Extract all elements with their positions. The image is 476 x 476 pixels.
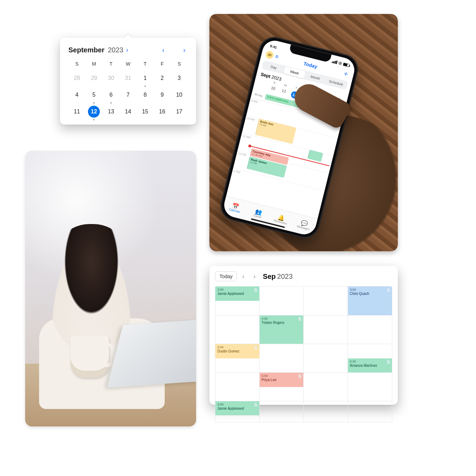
calendar-event[interactable]: 5:30Amanza Martínez📄: [348, 358, 392, 373]
wifi-icon: ⦿: [338, 61, 342, 65]
dow-label: M: [85, 61, 103, 67]
dow-label: T: [103, 61, 120, 67]
calendar-event[interactable]: 3:00Chris Quach📄: [348, 287, 392, 315]
weekview-cell[interactable]: [260, 344, 304, 372]
dow-label: F: [154, 61, 171, 67]
chevron-right-icon[interactable]: ›: [126, 46, 128, 54]
dow-label: T: [136, 61, 154, 67]
month-popover: September 2023 › ‹ › SMTWTFS 28293031123…: [60, 38, 196, 125]
date-cell[interactable]: 28: [68, 73, 85, 83]
weekview-cell[interactable]: [215, 372, 260, 401]
weekview-cell[interactable]: [215, 315, 260, 344]
status-time: 9:41: [270, 44, 277, 50]
popover-month: September: [68, 46, 104, 54]
weekview-cell[interactable]: 3:00Jamie Appleseed📄: [215, 287, 260, 315]
date-cell[interactable]: 10: [171, 90, 188, 100]
weekview-cell[interactable]: [304, 315, 348, 344]
weekview-cell[interactable]: 4:00Tristan Rogers📄: [260, 315, 304, 344]
weekview-cell[interactable]: [260, 401, 304, 422]
date-cell[interactable]: 2: [154, 73, 171, 83]
calendar-event[interactable]: 5:00Dustin Gomez📄: [215, 344, 259, 358]
date-cell[interactable]: 8: [136, 90, 154, 100]
date-cell[interactable]: 31: [120, 73, 137, 83]
popover-year: 2023: [108, 46, 124, 54]
weekview-cell[interactable]: [304, 287, 348, 315]
photo-person-laptop: [25, 151, 196, 426]
prev-week-button[interactable]: ‹: [238, 273, 248, 280]
avatar[interactable]: JD: [265, 50, 274, 60]
date-cell[interactable]: 11: [68, 106, 85, 117]
calendar-event[interactable]: [307, 150, 323, 162]
popover-nav: ‹ ›: [160, 46, 188, 54]
date-cell[interactable]: 5: [85, 90, 103, 100]
weekview-cell[interactable]: 5:30Amanza Martínez📄: [348, 344, 392, 372]
weekview-cell[interactable]: 6:00Priya-Lee📄: [260, 372, 304, 401]
today-button[interactable]: Today: [215, 272, 237, 281]
date-cell[interactable]: 7: [120, 90, 137, 100]
calendar-event[interactable]: 3:00Jamie Appleseed📄: [215, 287, 259, 301]
weekview-cell[interactable]: [304, 372, 348, 401]
weekview-cell[interactable]: [260, 287, 304, 315]
popover-header: September 2023 › ‹ ›: [68, 46, 188, 54]
calendar-event[interactable]: Emils Ami10 AM: [255, 118, 296, 144]
weekview-cell[interactable]: 3:00Chris Quach📄: [348, 287, 392, 315]
date-cell[interactable]: 3: [171, 73, 188, 83]
date-cell[interactable]: 17: [171, 106, 188, 117]
date-cell[interactable]: 12: [85, 106, 103, 117]
weekview-grid: 3:00Jamie Appleseed📄3:00Chris Quach📄4:00…: [215, 286, 392, 422]
add-button[interactable]: ＋: [341, 68, 350, 79]
battery-icon: [343, 62, 350, 67]
photo-phone-in-hand: 9:41 ⦿ JD ≡ Today ＋ DayWeekMonthSchedule…: [209, 14, 398, 251]
date-cell[interactable]: 1: [136, 73, 154, 83]
date-grid: 282930311234567891011121314151617: [68, 73, 188, 117]
date-cell[interactable]: 16: [154, 106, 171, 117]
date-cell[interactable]: 4: [68, 90, 85, 100]
date-cell[interactable]: 30: [103, 73, 120, 83]
date-cell[interactable]: 13: [103, 106, 120, 117]
dow-label: W: [120, 61, 137, 67]
weekview-card: Today ‹ › Sep2023 3:00Jamie Appleseed📄3:…: [209, 266, 398, 405]
signal-icon: [332, 59, 337, 64]
tab-messages[interactable]: 💬Messages: [290, 213, 318, 237]
tab-clients[interactable]: 👥Clients: [245, 202, 272, 226]
next-week-button[interactable]: ›: [250, 273, 259, 280]
weekview-cell[interactable]: 3:00Jamie Appleseed📄: [215, 401, 260, 422]
weekview-cell[interactable]: [348, 372, 392, 401]
weekview-cell[interactable]: [348, 401, 392, 422]
tab-calendar[interactable]: 📅Calendar: [222, 196, 249, 220]
calendar-event[interactable]: 6:00Priya-Lee📄: [260, 373, 304, 387]
weekview-cell[interactable]: [348, 315, 392, 344]
dow-label: S: [68, 61, 85, 67]
weekview-cell[interactable]: [304, 401, 348, 422]
weekview-cell[interactable]: [304, 344, 348, 372]
weekview-title: Sep2023: [263, 273, 292, 281]
calendar-event[interactable]: 4:00Tristan Rogers📄: [260, 315, 304, 344]
date-cell[interactable]: 15: [136, 106, 154, 117]
filter-icon[interactable]: ≡: [275, 53, 279, 60]
prev-month-button[interactable]: ‹: [160, 46, 167, 54]
dow-label: S: [171, 61, 188, 67]
next-month-button[interactable]: ›: [181, 46, 188, 54]
date-cell[interactable]: 14: [120, 106, 137, 117]
tab-reminders[interactable]: 🔔Reminders: [267, 208, 295, 231]
popover-title[interactable]: September 2023: [68, 46, 123, 54]
weekview-header: Today ‹ › Sep2023: [215, 272, 392, 281]
date-cell[interactable]: 29: [85, 73, 103, 83]
day-of-week-row: SMTWTFS: [68, 61, 188, 67]
weekview-cell[interactable]: 5:00Dustin Gomez📄: [215, 344, 260, 372]
date-cell[interactable]: 9: [154, 90, 171, 100]
date-cell[interactable]: 6: [103, 90, 120, 100]
calendar-event[interactable]: 3:00Jamie Appleseed📄: [215, 401, 259, 415]
